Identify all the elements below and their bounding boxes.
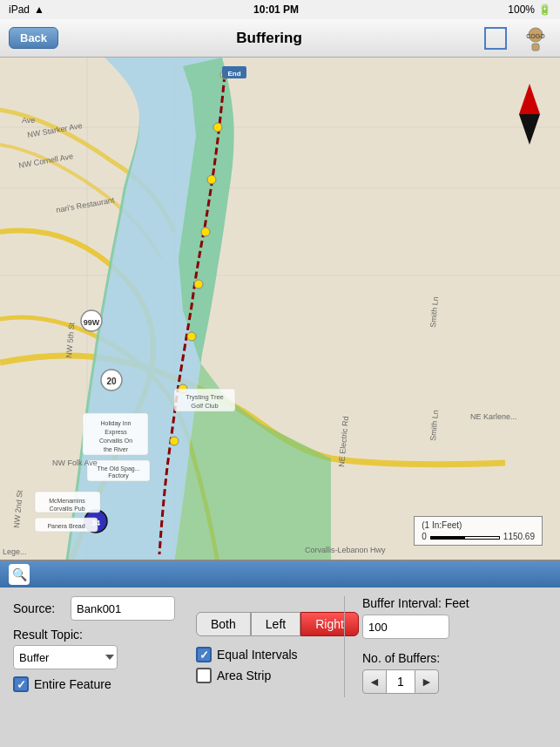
direction-btn-group: Both Left Right <box>196 612 359 636</box>
svg-text:The Old Spag...: The Old Spag... <box>97 465 139 472</box>
source-row: Source: <box>13 596 170 621</box>
scale-label: (1 In:Feet) <box>422 520 535 530</box>
expand-icon <box>483 26 508 51</box>
battery-label: 100% <box>508 3 535 16</box>
buffer-interval-section: Buffer Interval: Feet <box>362 596 536 639</box>
stepper-decrement-button[interactable]: ◄ <box>362 669 387 694</box>
source-label: Source: <box>13 601 65 615</box>
area-strip-label: Area Strip <box>217 669 271 682</box>
svg-text:Factory: Factory <box>108 472 129 479</box>
svg-point-18 <box>194 280 203 289</box>
panel-header: 🔍 <box>0 561 560 587</box>
buffer-interval-input[interactable] <box>362 615 449 639</box>
scale-line <box>430 536 500 540</box>
nav-title: Buffering <box>236 30 302 47</box>
right-column: Buffer Interval: Feet No. of Buffers: ◄ … <box>344 596 536 697</box>
source-input[interactable] <box>71 596 175 621</box>
back-button[interactable]: Back <box>9 27 58 49</box>
area-strip-row[interactable]: Area Strip <box>196 668 271 683</box>
cogo-button[interactable]: COGO <box>520 23 551 54</box>
scale-value: 1150.69 <box>503 532 535 541</box>
status-bar: iPad ▲ 10:01 PM 100% 🔋 <box>0 0 560 19</box>
time-label: 10:01 PM <box>253 3 299 16</box>
north-arrow-red <box>519 84 540 114</box>
svg-text:99W: 99W <box>84 318 100 327</box>
status-left: iPad ▲ <box>9 3 44 16</box>
cogo-icon: COGO <box>522 24 550 52</box>
svg-text:End: End <box>227 70 240 78</box>
equal-intervals-checkmark: ✓ <box>199 649 209 662</box>
svg-text:McMenamins: McMenamins <box>49 498 85 504</box>
svg-text:NE Karlene...: NE Karlene... <box>470 412 517 421</box>
svg-text:Corvallis Pub: Corvallis Pub <box>49 506 84 512</box>
wifi-icon: ▲ <box>34 3 44 16</box>
equal-intervals-row[interactable]: ✓ Equal Intervals <box>196 647 298 662</box>
svg-text:Corvallis On: Corvallis On <box>99 438 132 444</box>
svg-text:Golf Club: Golf Club <box>191 402 218 410</box>
svg-point-15 <box>213 123 222 132</box>
middle-column: Both Left Right ✓ Equal Intervals Area S… <box>187 596 344 697</box>
entire-feature-label: Entire Feature <box>34 677 111 691</box>
svg-text:Holiday Inn: Holiday Inn <box>100 420 131 427</box>
svg-point-16 <box>207 175 216 184</box>
stepper-value: 1 <box>387 669 415 694</box>
no-of-buffers-section: No. of Buffers: ◄ 1 ► <box>362 651 536 694</box>
result-topic-label: Result Topic: <box>13 628 83 642</box>
svg-text:NW Folk Ave: NW Folk Ave <box>52 458 98 467</box>
result-topic-select[interactable]: Buffer Buffer1 Buffer2 <box>13 645 118 669</box>
svg-text:Corvallis-Lebanon Hwy: Corvallis-Lebanon Hwy <box>305 546 386 554</box>
scale-bar: (1 In:Feet) 0 1150.69 <box>414 516 543 546</box>
north-arrow-black <box>519 114 540 145</box>
equal-intervals-checkbox[interactable]: ✓ <box>196 647 212 662</box>
svg-text:COGO: COGO <box>526 33 545 39</box>
no-of-buffers-label: No. of Buffers: <box>362 651 536 665</box>
status-right: 100% 🔋 <box>508 3 551 16</box>
result-topic-row: Result Topic: Buffer Buffer1 Buffer2 <box>13 628 170 669</box>
scale-start: 0 <box>422 532 427 541</box>
nav-icons: COGO <box>480 23 551 54</box>
svg-text:Trysting Tree: Trysting Tree <box>186 393 223 401</box>
svg-point-19 <box>187 332 196 341</box>
panel-header-icon: 🔍 <box>9 564 30 585</box>
map-area[interactable]: 99W 20 End 34 NW Starker Ave NW Cornell … <box>0 58 560 563</box>
svg-point-21 <box>170 437 179 445</box>
bottom-panel: 🔍 Source: Result Topic: Buffer Buffer1 B… <box>0 560 560 747</box>
nav-bar: Back Buffering COGO <box>0 19 560 58</box>
both-button[interactable]: Both <box>196 612 251 636</box>
svg-text:Panera Bread: Panera Bread <box>47 523 84 529</box>
equal-intervals-label: Equal Intervals <box>217 648 298 662</box>
buffer-interval-label: Buffer Interval: Feet <box>362 596 536 610</box>
svg-text:Lege...: Lege... <box>3 547 27 556</box>
svg-text:20: 20 <box>106 377 117 386</box>
panel-content: Source: Result Topic: Buffer Buffer1 Buf… <box>0 587 560 706</box>
entire-feature-row[interactable]: ✓ Entire Feature <box>13 676 170 692</box>
stepper-increment-button[interactable]: ► <box>415 669 439 694</box>
svg-rect-3 <box>532 44 539 51</box>
map-svg: 99W 20 End 34 NW Starker Ave NW Cornell … <box>0 58 560 563</box>
svg-text:Express: Express <box>105 429 127 436</box>
north-arrow <box>516 84 543 136</box>
expand-icon-button[interactable] <box>480 23 511 54</box>
svg-rect-0 <box>485 28 506 49</box>
result-topic-dropdown-wrapper[interactable]: Buffer Buffer1 Buffer2 <box>13 645 118 669</box>
svg-text:the River: the River <box>104 446 129 452</box>
area-strip-checkbox[interactable] <box>196 668 212 683</box>
entire-feature-checkbox[interactable]: ✓ <box>13 676 29 692</box>
svg-text:Ave: Ave <box>22 116 35 125</box>
checkmark-icon: ✓ <box>17 678 26 691</box>
left-button[interactable]: Left <box>251 612 300 636</box>
battery-icon: 🔋 <box>538 3 551 16</box>
buffers-stepper: ◄ 1 ► <box>362 669 536 694</box>
left-column: Source: Result Topic: Buffer Buffer1 Buf… <box>13 596 187 697</box>
svg-point-17 <box>201 227 210 236</box>
carrier-label: iPad <box>9 3 30 16</box>
